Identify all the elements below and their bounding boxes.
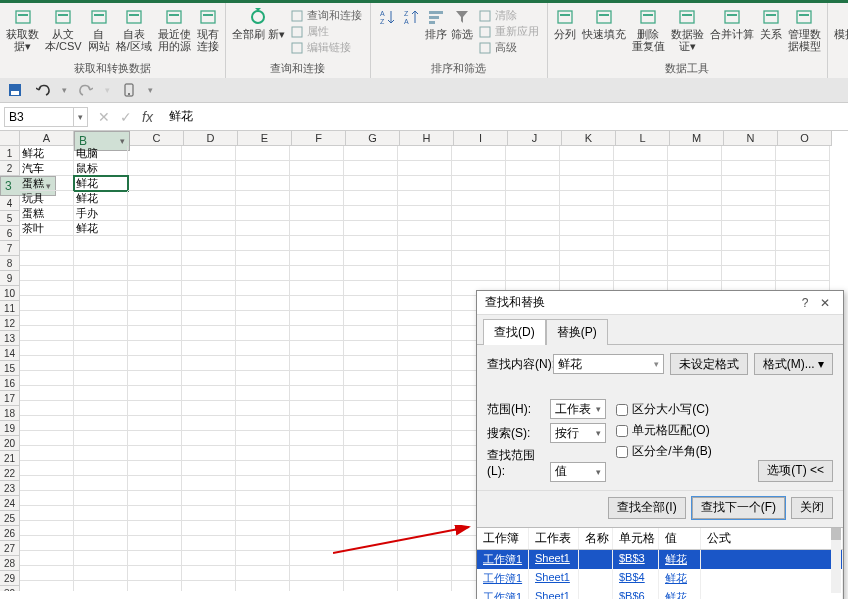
cell-C24[interactable]	[128, 491, 182, 506]
cell-N2[interactable]	[722, 161, 776, 176]
cell-B25[interactable]	[74, 506, 128, 521]
results-list[interactable]: 工作簿 工作表 名称 单元格 值 公式 工作簿1Sheet1$B$3鲜花工作簿1…	[477, 527, 843, 600]
cell-F14[interactable]	[290, 341, 344, 356]
cell-G14[interactable]	[344, 341, 398, 356]
cell-H26[interactable]	[398, 521, 452, 536]
row-header-10[interactable]: 10	[0, 286, 20, 301]
cell-B10[interactable]	[74, 281, 128, 296]
cell-E5[interactable]	[236, 206, 290, 221]
cell-H5[interactable]	[398, 206, 452, 221]
cell-A9[interactable]	[20, 266, 74, 281]
cell-F3[interactable]	[290, 176, 344, 191]
cell-G19[interactable]	[344, 416, 398, 431]
cell-O3[interactable]	[776, 176, 830, 191]
cell-H25[interactable]	[398, 506, 452, 521]
cell-D27[interactable]	[182, 536, 236, 551]
cell-B28[interactable]	[74, 551, 128, 566]
save-icon[interactable]	[6, 81, 24, 99]
cell-A30[interactable]	[20, 581, 74, 591]
cell-I7[interactable]	[452, 236, 506, 251]
close-icon[interactable]: ✕	[815, 296, 835, 310]
cell-A23[interactable]	[20, 476, 74, 491]
col-header-N[interactable]: N	[724, 131, 778, 146]
cell-F21[interactable]	[290, 446, 344, 461]
cell-H22[interactable]	[398, 461, 452, 476]
options-button[interactable]: 选项(T) <<	[758, 460, 833, 482]
cell-C7[interactable]	[128, 236, 182, 251]
tool-btn-6[interactable]: 管理数 据模型	[786, 6, 823, 54]
cell-E25[interactable]	[236, 506, 290, 521]
cell-D6[interactable]	[182, 221, 236, 236]
cell-J9[interactable]	[506, 266, 560, 281]
row-header-29[interactable]: 29	[0, 571, 20, 586]
cell-E16[interactable]	[236, 371, 290, 386]
cell-E2[interactable]	[236, 161, 290, 176]
cell-K3[interactable]	[560, 176, 614, 191]
col-header-O[interactable]: O	[778, 131, 832, 146]
cell-A25[interactable]	[20, 506, 74, 521]
cell-F17[interactable]	[290, 386, 344, 401]
cell-D24[interactable]	[182, 491, 236, 506]
row-header-8[interactable]: 8	[0, 256, 20, 271]
row-header-22[interactable]: 22	[0, 466, 20, 481]
cell-E20[interactable]	[236, 431, 290, 446]
cell-C26[interactable]	[128, 521, 182, 536]
row-header-30[interactable]: 30	[0, 586, 20, 591]
cell-F9[interactable]	[290, 266, 344, 281]
cell-C18[interactable]	[128, 401, 182, 416]
cell-A19[interactable]	[20, 416, 74, 431]
cell-J8[interactable]	[506, 251, 560, 266]
cell-F5[interactable]	[290, 206, 344, 221]
cell-O2[interactable]	[776, 161, 830, 176]
cell-E6[interactable]	[236, 221, 290, 236]
col-header-I[interactable]: I	[454, 131, 508, 146]
cell-K8[interactable]	[560, 251, 614, 266]
cell-H6[interactable]	[398, 221, 452, 236]
cell-A11[interactable]	[20, 296, 74, 311]
row-header-14[interactable]: 14	[0, 346, 20, 361]
small-item[interactable]: 属性	[291, 24, 362, 39]
cell-B6[interactable]: 鲜花	[74, 221, 128, 236]
cell-D28[interactable]	[182, 551, 236, 566]
cell-B23[interactable]	[74, 476, 128, 491]
cell-D19[interactable]	[182, 416, 236, 431]
cell-B12[interactable]	[74, 311, 128, 326]
enter-icon[interactable]: ✓	[120, 109, 132, 125]
cell-G10[interactable]	[344, 281, 398, 296]
cell-A12[interactable]	[20, 311, 74, 326]
row-header-12[interactable]: 12	[0, 316, 20, 331]
cell-H17[interactable]	[398, 386, 452, 401]
cell-C14[interactable]	[128, 341, 182, 356]
cell-C12[interactable]	[128, 311, 182, 326]
cancel-icon[interactable]: ✕	[98, 109, 110, 125]
cell-F10[interactable]	[290, 281, 344, 296]
cell-D23[interactable]	[182, 476, 236, 491]
cell-B19[interactable]	[74, 416, 128, 431]
cell-L3[interactable]	[614, 176, 668, 191]
cell-F29[interactable]	[290, 566, 344, 581]
filter-button[interactable]: 筛选	[449, 6, 475, 42]
cell-E17[interactable]	[236, 386, 290, 401]
col-header-G[interactable]: G	[346, 131, 400, 146]
get-btn-0[interactable]: 获取数 据▾	[4, 6, 41, 54]
tab-replace[interactable]: 替换(P)	[546, 319, 608, 345]
cell-E7[interactable]	[236, 236, 290, 251]
cell-G16[interactable]	[344, 371, 398, 386]
cell-E3[interactable]	[236, 176, 290, 191]
cell-D11[interactable]	[182, 296, 236, 311]
find-all-button[interactable]: 查找全部(I)	[608, 497, 685, 519]
cell-I9[interactable]	[452, 266, 506, 281]
row-header-6[interactable]: 6	[0, 226, 20, 241]
cell-D5[interactable]	[182, 206, 236, 221]
cell-D3[interactable]	[182, 176, 236, 191]
cell-D30[interactable]	[182, 581, 236, 591]
cell-H3[interactable]	[398, 176, 452, 191]
cell-D2[interactable]	[182, 161, 236, 176]
cell-A4[interactable]: 玩具	[20, 191, 74, 206]
cell-A27[interactable]	[20, 536, 74, 551]
cell-H28[interactable]	[398, 551, 452, 566]
cell-F6[interactable]	[290, 221, 344, 236]
cell-G11[interactable]	[344, 296, 398, 311]
cell-H2[interactable]	[398, 161, 452, 176]
cell-I2[interactable]	[452, 161, 506, 176]
